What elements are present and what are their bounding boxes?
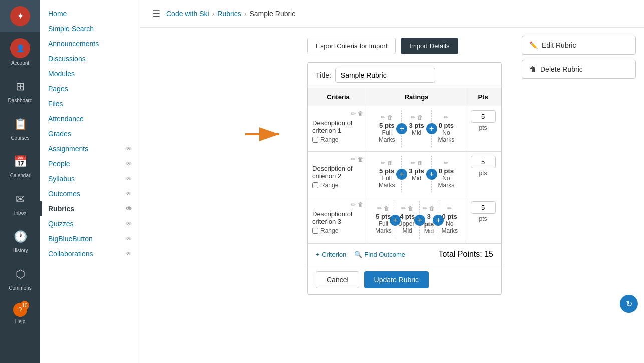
edit-criteria-icon[interactable]: ✏ <box>351 156 356 163</box>
rating-label-3-3: Mid <box>423 228 435 235</box>
rubric-table: Criteria Ratings Pts ✏🗑Description of cr… <box>308 88 501 243</box>
export-button[interactable]: Export Criteria for Import <box>307 38 396 54</box>
nav-item-files[interactable]: Files <box>40 96 140 111</box>
sidebar-item-help[interactable]: ? 10 Help <box>0 297 40 330</box>
delete-rating-icon[interactable]: 🗑 <box>417 160 423 166</box>
sidebar-item-dashboard[interactable]: ⊞ Dashboard <box>0 72 40 109</box>
edit-rating-icon[interactable]: ✏ <box>377 205 382 212</box>
add-rating-button-1-1[interactable]: + <box>396 123 407 134</box>
sidebar-item-courses[interactable]: 📋 Courses <box>0 109 40 147</box>
arrow-svg <box>245 125 285 143</box>
range-checkbox-2[interactable] <box>312 182 318 188</box>
edit-rating-icon[interactable]: ✏ <box>411 114 415 121</box>
sidebar-logo[interactable]: ✦ <box>0 0 40 32</box>
nav-item-home[interactable]: Home <box>40 6 140 21</box>
delete-criteria-icon[interactable]: 🗑 <box>358 156 364 163</box>
pts-cell-3: pts <box>465 197 501 243</box>
delete-criteria-icon[interactable]: 🗑 <box>358 201 364 208</box>
rating-item-2-1: ✏🗑5 ptsFull Marks+ <box>372 156 402 193</box>
edit-rating-icon[interactable]: ✏ <box>447 205 452 212</box>
delete-rating-icon[interactable]: 🗑 <box>384 205 389 212</box>
nav-item-outcomes[interactable]: Outcomes👁 <box>40 186 140 201</box>
delete-rating-icon[interactable]: 🗑 <box>387 160 393 166</box>
sidebar-item-account[interactable]: 👤 Account <box>0 32 40 72</box>
add-criterion-button[interactable]: + Criterion <box>316 251 346 258</box>
table-row: ✏🗑Description of criterion 2Range✏🗑5 pts… <box>308 152 501 197</box>
edit-criteria-icon[interactable]: ✏ <box>351 110 356 117</box>
help-label: Help <box>15 319 26 324</box>
nav-item-syllabus[interactable]: Syllabus👁 <box>40 171 140 186</box>
nav-item-announcements[interactable]: Announcements <box>40 36 140 51</box>
collaborations-eye-icon: 👁 <box>126 250 132 257</box>
ratings-cell-3: ✏🗑5 ptsFull Marks+✏🗑4 ptsUpper-Mid+✏🗑3 p… <box>368 197 465 243</box>
nav-item-collaborations[interactable]: Collaborations👁 <box>40 246 140 261</box>
range-checkbox-1[interactable] <box>312 137 318 143</box>
sidebar-item-history[interactable]: 🕐 History <box>0 222 40 259</box>
nav-item-rubrics[interactable]: Rubrics👁 <box>40 201 140 216</box>
find-outcome-button[interactable]: 🔍 Find Outcome <box>354 251 405 258</box>
edit-rating-icon[interactable]: ✏ <box>381 114 385 121</box>
delete-rating-icon[interactable]: 🗑 <box>429 205 435 212</box>
pts-input-1[interactable] <box>471 110 496 123</box>
nav-item-quizzes[interactable]: Quizzes👁 <box>40 216 140 231</box>
pts-input-3[interactable] <box>471 201 496 214</box>
sidebar-item-calendar[interactable]: 📅 Calendar <box>0 147 40 184</box>
add-rating-button-1-2[interactable]: + <box>426 123 437 134</box>
add-rating-button-3-3[interactable]: + <box>433 215 444 226</box>
edit-rating-icon[interactable]: ✏ <box>423 205 427 212</box>
ratings-cell-2: ✏🗑5 ptsFull Marks+✏🗑3 ptsMid+✏0 ptsNo Ma… <box>368 152 465 197</box>
nav-item-people[interactable]: People👁 <box>40 156 140 171</box>
delete-rating-icon[interactable]: 🗑 <box>387 114 393 121</box>
nav-item-pages[interactable]: Pages <box>40 81 140 96</box>
edit-rubric-button[interactable]: ✏️ Edit Rubric <box>522 36 636 55</box>
right-sidebar: ✏️ Edit Rubric 🗑 Delete Rubric <box>514 28 644 363</box>
delete-rating-icon[interactable]: 🗑 <box>408 205 413 212</box>
rubric-actions: Export Criteria for Import Import Detail… <box>307 38 502 54</box>
nav-item-assignments[interactable]: Assignments👁 <box>40 141 140 156</box>
edit-rating-icon[interactable]: ✏ <box>411 160 415 166</box>
nav-item-discussions[interactable]: Discussions <box>40 51 140 66</box>
edit-rating-icon[interactable]: ✏ <box>381 160 385 166</box>
add-rating-button-3-2[interactable]: + <box>414 215 425 226</box>
delete-rubric-button[interactable]: 🗑 Delete Rubric <box>522 60 636 79</box>
add-rating-button-2-1[interactable]: + <box>396 169 407 180</box>
criteria-description-3: Description of criterion 3 <box>312 210 364 225</box>
delete-rating-icon[interactable]: 🗑 <box>417 114 423 121</box>
nav-item-grades[interactable]: Grades <box>40 126 140 141</box>
pts-label-2: pts <box>479 170 487 177</box>
hamburger-icon[interactable]: ☰ <box>152 8 160 19</box>
breadcrumb-current: Sample Rubric <box>249 10 295 18</box>
update-rubric-button[interactable]: Update Rubric <box>364 271 429 288</box>
pts-input-2[interactable] <box>471 156 496 168</box>
add-rating-button-3-1[interactable]: + <box>390 215 401 226</box>
rating-pts-2-2: 3 pts <box>405 167 428 175</box>
nav-item-bigbluebutton[interactable]: BigBlueButton👁 <box>40 231 140 246</box>
range-checkbox-3[interactable] <box>312 228 318 234</box>
nav-item-simple-search[interactable]: Simple Search <box>40 21 140 36</box>
edit-rating-icon[interactable]: ✏ <box>401 205 406 212</box>
rating-label-3-4: No Marks <box>441 220 458 234</box>
nav-item-attendance[interactable]: Attendance <box>40 111 140 126</box>
delete-criteria-icon[interactable]: 🗑 <box>358 110 364 117</box>
sidebar-item-commons[interactable]: ⬡ Commons <box>0 259 40 297</box>
sidebar-item-inbox[interactable]: ✉ Inbox <box>0 184 40 222</box>
cancel-button[interactable]: Cancel <box>316 271 359 288</box>
help-badge: 10 <box>20 301 29 310</box>
rubric-title-input[interactable] <box>335 68 435 83</box>
edit-criteria-icon[interactable]: ✏ <box>351 201 356 208</box>
chat-icon: ↻ <box>626 299 632 309</box>
rating-pts-2-3: 0 pts <box>435 167 458 175</box>
total-points: Total Points: 15 <box>439 250 493 259</box>
edit-rating-icon[interactable]: ✏ <box>444 114 448 121</box>
breadcrumb-course[interactable]: Code with Ski <box>166 10 209 18</box>
add-rating-button-2-2[interactable]: + <box>426 169 437 180</box>
edit-icon: ✏️ <box>529 41 538 49</box>
edit-rating-icon[interactable]: ✏ <box>444 160 448 166</box>
import-button[interactable]: Import Details <box>401 38 458 54</box>
criteria-cell-2: ✏🗑Description of criterion 2Range <box>308 152 368 197</box>
breadcrumb-rubrics[interactable]: Rubrics <box>217 10 241 18</box>
rating-label-1-3: No Marks <box>435 129 458 143</box>
nav-item-modules[interactable]: Modules <box>40 66 140 81</box>
chat-float-button[interactable]: ↻ <box>620 295 638 313</box>
inbox-icon: ✉ <box>11 190 29 208</box>
